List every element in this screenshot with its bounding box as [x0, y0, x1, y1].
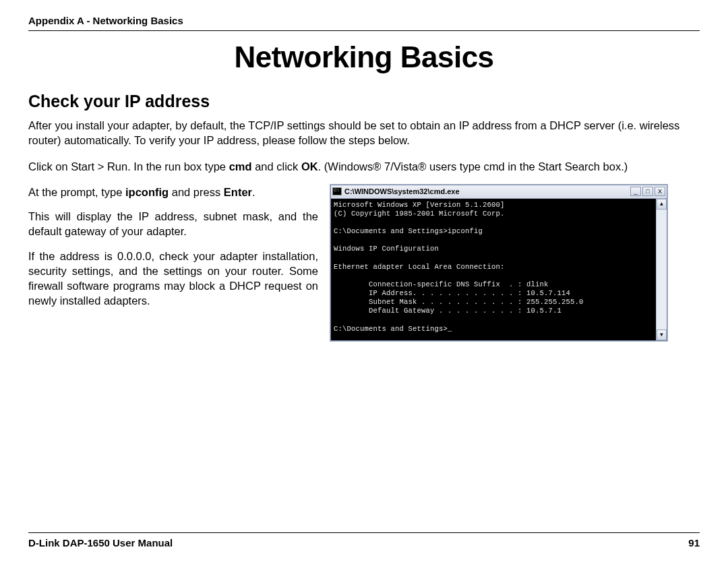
cmd-titlebar: C:\WINDOWS\system32\cmd.exe _ □ X — [331, 185, 667, 199]
cmd-line: Subnet Mask . . . . . . . . . . . : 255.… — [334, 298, 584, 306]
cmd-line: (C) Copyright 1985-2001 Microsoft Corp. — [334, 210, 505, 218]
cmd-body-wrap: Microsoft Windows XP [Version 5.1.2600] … — [331, 199, 667, 340]
ok-bold: OK — [301, 160, 318, 173]
cmd-line: Windows IP Configuration — [334, 245, 439, 253]
cmd-window: C:\WINDOWS\system32\cmd.exe _ □ X Micros… — [330, 185, 667, 341]
text: At the prompt, type — [28, 186, 125, 198]
display-paragraph: This will display the IP address, subnet… — [28, 209, 318, 239]
cmd-bold: cmd — [229, 160, 252, 173]
page-title: Networking Basics — [28, 40, 700, 74]
cmd-output: Microsoft Windows XP [Version 5.1.2600] … — [331, 199, 656, 340]
cmd-icon — [332, 187, 342, 195]
text: . (Windows® 7/Vista® users type cmd in t… — [318, 160, 628, 173]
cmd-line: Microsoft Windows XP [Version 5.1.2600] — [334, 201, 505, 209]
intro-paragraph: After you install your adapter, by defau… — [28, 118, 700, 148]
text: and press — [169, 186, 224, 198]
scroll-down-button[interactable]: ▼ — [657, 330, 667, 340]
left-column: At the prompt, type ipconfig and press E… — [28, 185, 318, 318]
run-instruction: Click on Start > Run. In the run box typ… — [28, 159, 700, 174]
prompt-instruction: At the prompt, type ipconfig and press E… — [28, 185, 318, 199]
cmd-line: C:\Documents and Settings>_ — [334, 325, 452, 333]
text: Click on Start > Run. In the run box typ… — [28, 160, 229, 173]
cmd-line: Default Gateway . . . . . . . . . : 10.5… — [334, 307, 562, 315]
footer-manual-name: D-Link DAP-1650 User Manual — [28, 537, 173, 549]
cmd-title-text: C:\WINDOWS\system32\cmd.exe — [344, 187, 630, 195]
page-footer: D-Link DAP-1650 User Manual 91 — [28, 532, 700, 549]
enter-bold: Enter — [224, 186, 252, 198]
minimize-button[interactable]: _ — [630, 187, 641, 196]
content-columns: At the prompt, type ipconfig and press E… — [28, 185, 700, 341]
cmd-line: Ethernet adapter Local Area Connection: — [334, 263, 505, 271]
text: and click — [252, 160, 301, 173]
right-column: C:\WINDOWS\system32\cmd.exe _ □ X Micros… — [330, 185, 700, 341]
cmd-line: C:\Documents and Settings>ipconfig — [334, 227, 483, 235]
text: . — [252, 186, 255, 198]
cmd-scrollbar[interactable]: ▲ ▼ — [656, 199, 667, 340]
cmd-line: IP Address. . . . . . . . . . . . : 10.5… — [334, 289, 570, 297]
window-buttons: _ □ X — [630, 187, 665, 196]
scroll-up-button[interactable]: ▲ — [657, 199, 667, 210]
close-button[interactable]: X — [655, 187, 665, 196]
maximize-button[interactable]: □ — [642, 187, 653, 196]
header-breadcrumb: Appendix A - Networking Basics — [28, 15, 700, 31]
ipconfig-bold: ipconfig — [125, 186, 169, 198]
section-heading: Check your IP address — [28, 92, 700, 111]
zero-address-paragraph: If the address is 0.0.0.0, check your ad… — [28, 249, 318, 309]
footer-page-number: 91 — [688, 537, 700, 549]
cmd-line: Connection-specific DNS Suffix . : dlink — [334, 280, 549, 288]
